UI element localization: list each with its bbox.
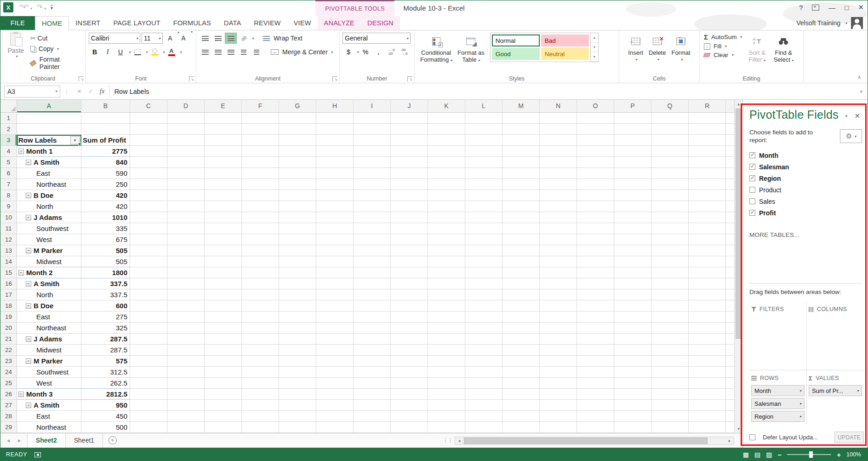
horizontal-scrollbar[interactable]: ◄ ► xyxy=(455,437,734,445)
empty-cells[interactable] xyxy=(130,400,734,411)
ribbon-tab[interactable]: FORMULAS xyxy=(167,16,217,30)
rows-field-button[interactable]: Region▾ xyxy=(751,411,805,422)
column-header[interactable]: Q xyxy=(651,100,689,112)
row-header[interactable]: 7 xyxy=(0,179,17,190)
column-header[interactable]: I xyxy=(354,100,391,112)
italic-button[interactable]: I xyxy=(102,46,114,58)
pivot-label-cell[interactable]: − J Adams xyxy=(17,334,81,345)
pivot-label-cell[interactable]: − Month 3 xyxy=(17,389,81,400)
tab-scrollbar-splitter[interactable]: ⋮⋮ xyxy=(443,437,453,444)
field-list-item[interactable]: Sales xyxy=(749,196,862,207)
align-center-button[interactable] xyxy=(212,46,224,58)
avatar[interactable] xyxy=(851,17,863,29)
clear-button[interactable]: Clear▾ xyxy=(702,51,743,59)
decrease-decimal-button[interactable]: .00→.0 xyxy=(398,46,410,58)
next-sheet-icon[interactable]: ► xyxy=(17,438,22,443)
number-format-select[interactable]: General▾ xyxy=(343,33,411,44)
row-header[interactable]: 4 xyxy=(0,146,17,157)
name-box[interactable]: A3▾ xyxy=(4,86,60,98)
collapse-button[interactable]: − xyxy=(26,160,31,165)
pivot-label-cell[interactable]: − A Smith xyxy=(17,400,81,411)
customize-qat-button[interactable]: ▾ xyxy=(51,5,53,10)
column-header[interactable]: L xyxy=(465,100,503,112)
rows-area[interactable]: ROWS Month▾Salesman▾Region▾ xyxy=(749,370,807,425)
empty-cells[interactable] xyxy=(130,411,734,422)
vertical-scrollbar[interactable]: ▲ ▼ xyxy=(734,100,742,433)
account-dropdown-icon[interactable]: ▾ xyxy=(845,21,847,25)
column-header[interactable]: K xyxy=(428,100,465,112)
vertical-scrollbar-thumb[interactable] xyxy=(736,109,742,339)
empty-cells[interactable] xyxy=(130,256,734,267)
pivot-label-cell[interactable]: East xyxy=(17,411,81,422)
row-header[interactable]: 3 xyxy=(0,135,17,146)
empty-cells[interactable] xyxy=(130,334,734,345)
pivot-label-cell[interactable]: − M Parker xyxy=(17,245,81,256)
decrease-indent-button[interactable] xyxy=(238,46,250,58)
font-size-select[interactable]: 11▾ xyxy=(142,33,163,44)
formula-bar-splitter[interactable]: ⋮ xyxy=(60,88,72,95)
row-header[interactable]: 20 xyxy=(0,323,17,334)
sort-filter-button[interactable]: AZ Sort & Filter▾ xyxy=(746,33,768,74)
sheet-tab[interactable]: Sheet2 xyxy=(27,433,66,448)
scroll-up-icon[interactable]: ▲ xyxy=(735,100,742,108)
column-header[interactable]: B xyxy=(81,100,130,112)
rows-field-button[interactable]: Month▾ xyxy=(751,385,805,396)
checkbox-icon[interactable] xyxy=(749,164,755,170)
zoom-level[interactable]: 100% xyxy=(846,451,861,458)
pivot-label-cell[interactable]: West xyxy=(17,378,81,389)
empty-cells[interactable] xyxy=(130,157,734,168)
field-list-item[interactable]: Product xyxy=(749,184,862,196)
find-select-button[interactable]: Find & Select▾ xyxy=(771,33,796,74)
excel-app-icon[interactable]: X xyxy=(3,2,13,12)
checkbox-icon[interactable] xyxy=(749,187,755,193)
defer-layout-checkbox[interactable] xyxy=(749,434,755,440)
pivot-label-cell[interactable]: East xyxy=(17,168,81,179)
fill-button[interactable]: ↓Fill▾ xyxy=(702,42,743,50)
redo-button[interactable]: ↷▾ xyxy=(36,3,46,12)
pivot-label-cell[interactable]: East xyxy=(17,311,81,323)
pivot-label-cell[interactable]: Northeast xyxy=(17,422,81,433)
pivot-value-cell[interactable]: 2775 xyxy=(81,146,130,157)
values-field-button[interactable]: Sum of Pr...▾ xyxy=(809,385,862,396)
number-dialog-launcher[interactable]: ↘ xyxy=(407,76,412,81)
cell-style-option[interactable]: Bad xyxy=(541,35,589,46)
zoom-out-button[interactable]: − xyxy=(777,451,782,459)
row-header[interactable]: 14 xyxy=(0,256,17,267)
row-labels-cell[interactable]: Row Labels ▾ xyxy=(17,135,81,146)
font-color-dropdown-icon[interactable]: ▾ xyxy=(180,50,182,54)
row-header[interactable]: 1 xyxy=(0,113,17,124)
column-header[interactable]: F xyxy=(242,100,279,112)
ribbon-display-options-button[interactable] xyxy=(812,5,819,11)
column-header[interactable]: N xyxy=(540,100,577,112)
columns-area[interactable]: COLUMNS xyxy=(807,301,864,370)
tools-dropdown-icon[interactable]: ▾ xyxy=(854,134,856,138)
more-tables-link[interactable]: MORE TABLES... xyxy=(749,231,799,238)
collapse-button[interactable]: − xyxy=(26,358,31,364)
collapse-button[interactable]: − xyxy=(26,248,31,254)
empty-cells[interactable] xyxy=(130,389,734,400)
decrease-font-size-button[interactable]: A▾ xyxy=(177,33,189,44)
cell-style-option[interactable]: Good xyxy=(492,48,540,60)
collapse-button[interactable]: − xyxy=(18,270,24,276)
pane-close-icon[interactable]: ✕ xyxy=(854,112,860,120)
previous-sheet-icon[interactable]: ◄ xyxy=(6,438,11,443)
pivot-value-cell[interactable]: 2812.5 xyxy=(81,389,130,400)
ribbon-tab[interactable]: REVIEW xyxy=(247,16,287,30)
align-left-button[interactable] xyxy=(199,46,211,58)
collapse-button[interactable]: − xyxy=(26,193,31,198)
empty-cells[interactable] xyxy=(130,323,734,334)
empty-cells[interactable] xyxy=(130,289,734,300)
rows-field-button[interactable]: Salesman▾ xyxy=(751,398,805,409)
empty-cells[interactable] xyxy=(130,113,734,124)
pivot-value-cell[interactable]: 262.5 xyxy=(81,378,130,389)
align-right-button[interactable] xyxy=(225,46,237,58)
column-header[interactable]: M xyxy=(503,100,540,112)
empty-cells[interactable] xyxy=(130,201,734,212)
alignment-dialog-launcher[interactable]: ↘ xyxy=(332,76,337,81)
pivot-value-cell[interactable]: 312.5 xyxy=(81,367,130,378)
empty-cells[interactable] xyxy=(130,190,734,201)
page-layout-view-icon[interactable]: ▤ xyxy=(754,451,760,458)
format-cells-button[interactable]: ↔ Format▾ xyxy=(668,33,693,74)
merge-center-button[interactable]: ↔Merge & Center▾ xyxy=(269,47,335,57)
currency-format-button[interactable]: $ xyxy=(343,46,354,58)
